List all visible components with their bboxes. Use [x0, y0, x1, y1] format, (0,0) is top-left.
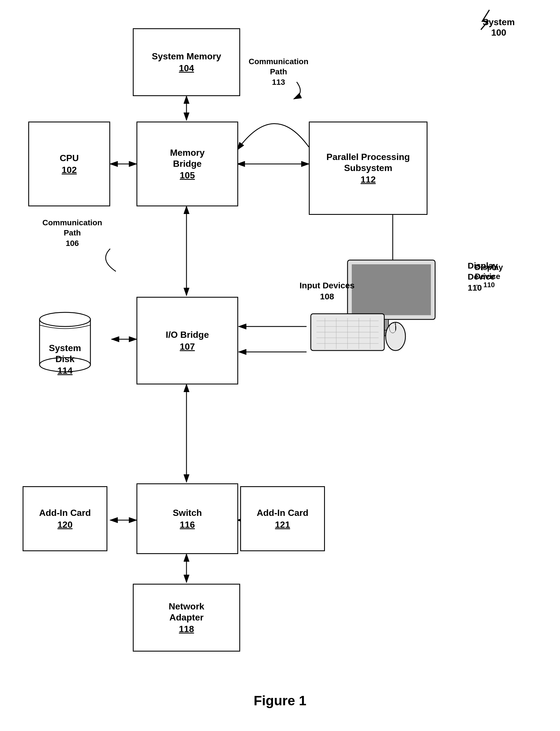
- memory-bridge-num: 105: [180, 170, 195, 181]
- comm-path-106-label: CommunicationPath106: [42, 218, 102, 248]
- cpu-label: CPU: [60, 153, 79, 163]
- switch-num: 116: [180, 520, 195, 530]
- input-devices-svg: [308, 305, 410, 376]
- comm-path-113-arrow: [283, 79, 311, 102]
- system-memory-label: System Memory: [152, 51, 221, 62]
- display-device-text: DisplayDevice110: [468, 260, 498, 293]
- io-bridge-num: 107: [180, 341, 195, 352]
- system-memory-num: 104: [179, 63, 194, 73]
- add-in-card-120-label: Add-In Card: [39, 508, 91, 518]
- parallel-processing-num: 112: [361, 174, 375, 185]
- system-disk-label: SystemDisk: [49, 342, 81, 364]
- network-adapter-label: NetworkAdapter: [169, 601, 204, 623]
- memory-bridge-label: MemoryBridge: [170, 147, 205, 169]
- network-adapter-num: 118: [179, 624, 194, 634]
- switch-box: Switch 116: [136, 483, 238, 554]
- memory-bridge-box: MemoryBridge 105: [136, 121, 238, 206]
- add-in-card-121-num: 121: [275, 520, 290, 530]
- svg-point-33: [40, 312, 90, 326]
- system-disk-container: SystemDisk 114: [23, 302, 107, 382]
- add-in-card-121-label: Add-In Card: [257, 508, 308, 518]
- comm-path-106-arrow: [82, 246, 124, 274]
- io-bridge-box: I/O Bridge 107: [136, 297, 238, 385]
- add-in-card-121-box: Add-In Card 121: [240, 486, 325, 551]
- system-memory-box: System Memory 104: [133, 28, 240, 96]
- system-label: System 100: [483, 11, 515, 38]
- parallel-processing-label: Parallel ProcessingSubsystem: [326, 151, 410, 173]
- input-devices-label-text: Input Devices108: [299, 280, 355, 302]
- cpu-box: CPU 102: [28, 121, 110, 206]
- network-adapter-box: NetworkAdapter 118: [133, 584, 240, 652]
- figure-label: Figure 1: [254, 693, 307, 708]
- io-bridge-label: I/O Bridge: [166, 329, 209, 340]
- system-disk-num: 114: [49, 366, 81, 376]
- diagram: System 100 System Memory 104 CPU 102 Mem…: [0, 0, 560, 731]
- add-in-card-120-num: 120: [57, 520, 72, 530]
- switch-label: Switch: [173, 508, 202, 518]
- add-in-card-120-box: Add-In Card 120: [23, 486, 107, 551]
- cpu-num: 102: [62, 165, 77, 175]
- parallel-processing-box: Parallel ProcessingSubsystem 112: [309, 121, 427, 215]
